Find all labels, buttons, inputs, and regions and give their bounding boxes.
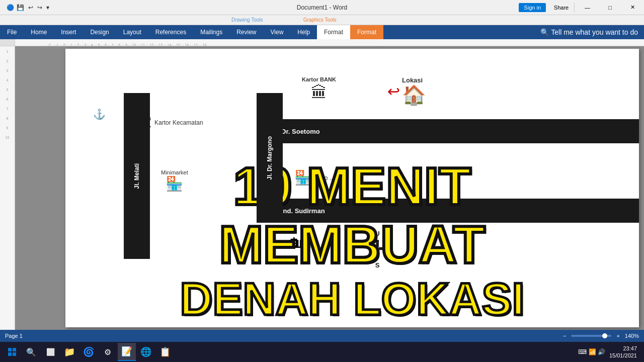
tab-design[interactable]: Design <box>83 25 116 39</box>
title-bar-left: 🔵 💾 ↩ ↪ ▾ <box>4 3 53 12</box>
document-title: Document1 - Word <box>297 4 347 11</box>
window-controls: Sign in Share — □ ✕ <box>519 0 644 15</box>
road-dr-soetomo: ➡ Jl. Dr. Soetomo <box>257 119 639 143</box>
ruler-corner <box>0 39 15 46</box>
taskbar: 🔍 ⬜ 📁 🌀 ⚙ 📝 🌐 📋 ⌨ 📶 🔊 23:47 15/01/2021 <box>0 342 644 362</box>
settings-btn[interactable]: ⚙ <box>99 343 117 361</box>
word-icon: 🔵 <box>6 4 14 12</box>
zoom-level: 140% <box>625 333 639 339</box>
clock: 23:47 15/01/2021 <box>609 345 637 359</box>
close-button[interactable]: ✕ <box>621 0 644 15</box>
move-cursor-icon: ⚓ <box>93 108 106 120</box>
minimize-button[interactable]: — <box>576 0 599 15</box>
kecamatan-label: Kartor Kecamatan <box>154 119 203 126</box>
road-melati-label: Jl. Melati <box>133 163 140 189</box>
overlay-line3: DENAH LOKASI <box>65 277 639 322</box>
taskview-btn[interactable]: ⬜ <box>41 343 59 361</box>
lokasi-area: ↪ Lokasi 🏠 <box>387 76 426 106</box>
zoom-slider[interactable] <box>571 335 611 337</box>
title-bar: 🔵 💾 ↩ ↪ ▾ Document1 - Word Sign in Share… <box>0 0 644 15</box>
road-margono: Jl. Dr. Margono <box>257 93 283 223</box>
search-label[interactable]: Tell me what you want to do <box>551 28 638 36</box>
clock-time: 23:47 <box>609 345 637 352</box>
maximize-button[interactable]: □ <box>599 0 621 15</box>
tab-help[interactable]: Help <box>290 25 317 39</box>
start-button[interactable] <box>3 343 21 361</box>
edge-btn[interactable]: 🌀 <box>79 343 98 361</box>
road-margono-label: Jl. Dr. Margono <box>266 136 273 180</box>
tab-layout[interactable]: Layout <box>116 25 148 39</box>
status-bar: Page 1 − + 140% <box>0 330 644 342</box>
word-taskbar-btn[interactable]: 📝 <box>118 343 136 361</box>
toko-building: 🏪 Toko .... <box>294 169 336 186</box>
ruler-marks: -2 · · -1 · · 0 · · 1 · · 2 · · 3 · · 4 … <box>17 42 206 46</box>
save-btn[interactable]: 💾 <box>15 3 26 12</box>
taskbar-search-btn[interactable]: 🔍 <box>22 343 40 361</box>
compass-south: S <box>367 261 387 269</box>
minimarket-label: Minimarket <box>161 169 188 175</box>
undo-btn[interactable]: ↩ <box>27 3 35 12</box>
doc-background: Kartor BANK 🏛 ↪ Lokasi 🏠 ➡ Jl. Dr. Soeto… <box>15 46 644 330</box>
tab-review[interactable]: Review <box>229 25 263 39</box>
compass-symbol: ✛ <box>367 237 387 261</box>
map-content: Kartor BANK 🏛 ↪ Lokasi 🏠 ➡ Jl. Dr. Soeto… <box>65 49 639 327</box>
tab-mailings[interactable]: Mailings <box>193 25 229 39</box>
lokasi-label: Lokasi <box>402 76 426 84</box>
zoom-out-btn[interactable]: − <box>563 333 566 339</box>
tab-format-drawing[interactable]: Format <box>317 25 350 39</box>
context-tab-row: Drawing Tools Graphics Tools <box>0 15 644 25</box>
bank-label: Kartor BANK <box>302 76 336 82</box>
tab-references[interactable]: References <box>148 25 193 39</box>
doc-page[interactable]: Kartor BANK 🏛 ↪ Lokasi 🏠 ➡ Jl. Dr. Soeto… <box>65 49 639 327</box>
page-status: Page 1 <box>5 333 23 339</box>
lokasi-label-group: Lokasi 🏠 <box>402 76 426 106</box>
overlay-text-area: 10 MENIT MEMBUAT DENAH LOKASI <box>65 155 639 327</box>
zoom-thumb <box>602 333 607 338</box>
ruler-vertical: 1 2 3 4 5 6 7 8 9 10 <box>0 46 15 330</box>
share-button[interactable]: Share <box>550 0 573 15</box>
browser-btn[interactable]: 🌐 <box>137 343 155 361</box>
tab-format-graphics[interactable]: Format <box>350 25 383 39</box>
minimarket-icon: 🏪 <box>161 175 188 192</box>
bank-icon: 🏛 <box>302 83 336 102</box>
status-right: − + 140% <box>563 333 639 339</box>
search-icon: 🔍 <box>540 28 549 36</box>
tray-icons: ⌨ 📶 🔊 <box>578 348 605 355</box>
system-tray: ⌨ 📶 🔊 23:47 15/01/2021 <box>578 345 641 359</box>
main-area: 1 2 3 4 5 6 7 8 9 10 Kartor BANK 🏛 ↪ <box>0 46 644 330</box>
redo-btn[interactable]: ↪ <box>36 3 44 12</box>
app-btn[interactable]: 📋 <box>156 343 174 361</box>
customize-btn[interactable]: ▾ <box>45 3 51 12</box>
sign-in-button[interactable]: Sign in <box>519 3 546 12</box>
compass: U ✛ S <box>367 230 387 269</box>
overlay-line2: MEMBUAT <box>65 218 639 271</box>
clock-date: 15/01/2021 <box>609 352 637 359</box>
minimarket-building: Minimarket 🏪 <box>161 169 188 192</box>
drawing-tools-label: Drawing Tools <box>231 17 263 23</box>
tab-home[interactable]: Home <box>24 25 54 39</box>
tab-view[interactable]: View <box>264 25 291 39</box>
toko-icon: 🏪 <box>294 169 312 186</box>
tab-file[interactable]: File <box>0 25 24 39</box>
road-melati: Jl. Melati <box>124 93 150 259</box>
ribbon-tabs: File Home Insert Design Layout Reference… <box>0 25 644 39</box>
quick-access-toolbar: 🔵 💾 ↩ ↪ ▾ <box>4 3 53 12</box>
residential-icon: 🏘 <box>289 229 310 253</box>
house-icon: 🏠 <box>402 84 426 106</box>
road-sudirman: Jl. Jend. Sudirman <box>257 199 639 223</box>
bank-building: Kartor BANK 🏛 <box>302 76 336 102</box>
zoom-in-btn[interactable]: + <box>616 333 619 339</box>
search-box[interactable]: 🔍 Tell me what you want to do <box>534 25 644 39</box>
red-arrow-icon: ↪ <box>387 82 400 100</box>
graphics-tools-label: Graphics Tools <box>303 17 337 23</box>
tab-insert[interactable]: Insert <box>54 25 83 39</box>
toko-label: Toko .... <box>315 174 336 182</box>
file-explorer-btn[interactable]: 📁 <box>60 343 78 361</box>
ruler-horizontal: -2 · · -1 · · 0 · · 1 · · 2 · · 3 · · 4 … <box>0 39 644 46</box>
